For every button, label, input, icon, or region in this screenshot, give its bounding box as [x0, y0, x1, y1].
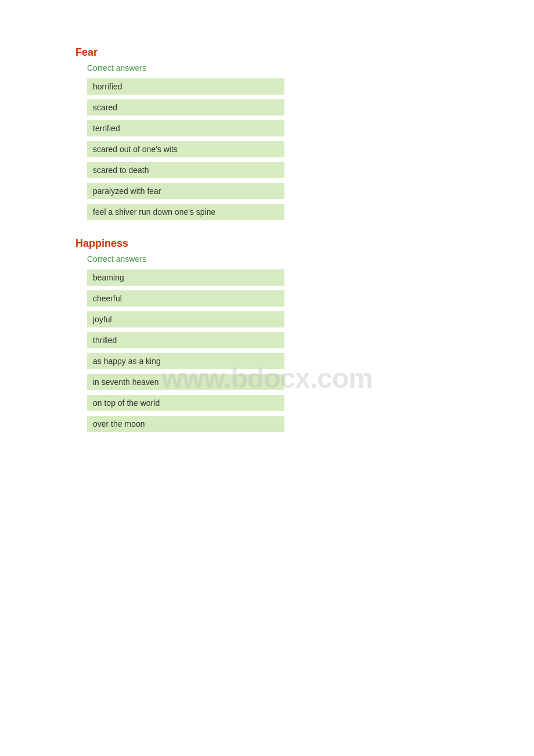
answer-item: scared: [87, 99, 284, 116]
answer-item: cheerful: [87, 290, 284, 307]
answer-item: in seventh heaven: [87, 374, 284, 390]
correct-answers-label-fear: Correct answers: [87, 63, 534, 73]
section-happiness: HappinessCorrect answersbeamingcheerfulj…: [75, 237, 534, 432]
section-title-fear: Fear: [75, 46, 534, 59]
answers-list-happiness: beamingcheerfuljoyfulthrilledas happy as…: [87, 269, 534, 432]
answer-item: scared out of one's wits: [87, 141, 284, 157]
answer-item: horrified: [87, 78, 284, 95]
answer-item: feel a shiver run down one's spine: [87, 204, 284, 220]
answers-list-fear: horrifiedscaredterrifiedscared out of on…: [87, 78, 534, 220]
answer-item: over the moon: [87, 416, 284, 432]
section-title-happiness: Happiness: [75, 237, 534, 250]
answer-item: paralyzed with fear: [87, 183, 284, 199]
answer-item: terrified: [87, 120, 284, 136]
answer-item: joyful: [87, 311, 284, 327]
answer-item: beaming: [87, 269, 284, 286]
section-fear: FearCorrect answershorrifiedscaredterrif…: [75, 46, 534, 220]
answer-item: scared to death: [87, 162, 284, 178]
answer-item: on top of the world: [87, 395, 284, 411]
answer-item: as happy as a king: [87, 353, 284, 369]
answer-item: thrilled: [87, 332, 284, 348]
correct-answers-label-happiness: Correct answers: [87, 254, 534, 264]
